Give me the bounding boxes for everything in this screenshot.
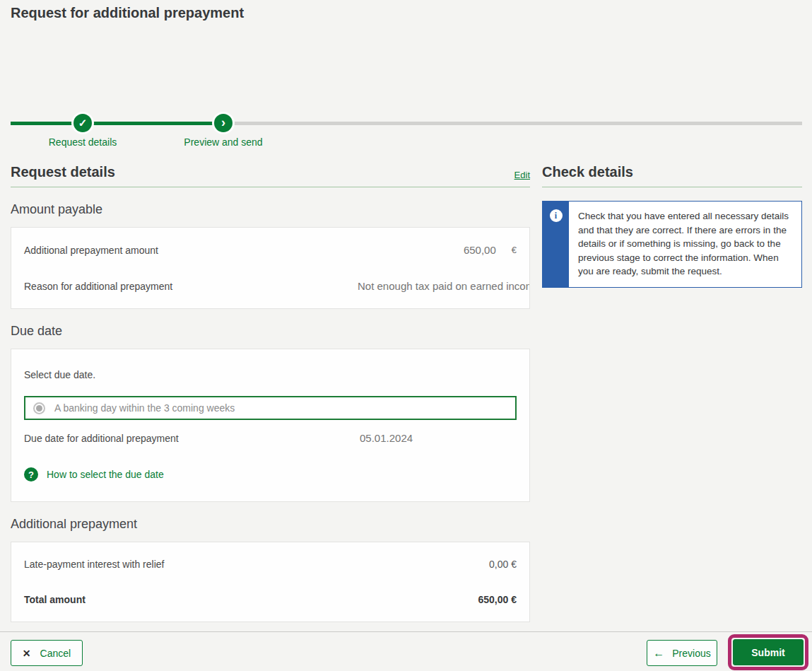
total-amount-value: 650,00 € <box>478 594 517 605</box>
check-details-header: Check details <box>542 164 802 187</box>
stepper-progress <box>11 122 223 125</box>
info-box-text: Check that you have entered all necessar… <box>569 202 801 287</box>
info-box: i Check that you have entered all necess… <box>542 201 802 288</box>
due-date-radio-label: A banking day within the 3 coming weeks <box>54 402 235 414</box>
cancel-button-label: Cancel <box>40 648 71 659</box>
cancel-button[interactable]: ✕ Cancel <box>11 640 83 666</box>
due-date-card: Select due date. A banking day within th… <box>11 349 530 502</box>
due-date-help-link[interactable]: ? How to select the due date <box>24 467 517 482</box>
footer-divider <box>0 631 812 632</box>
submit-button-label: Submit <box>751 647 784 658</box>
previous-button[interactable]: ← Previous <box>647 640 717 666</box>
select-due-date-label: Select due date. <box>24 369 517 380</box>
request-details-heading: Request details <box>11 164 115 180</box>
reason-value: Not enough tax paid on earned income <box>358 280 529 292</box>
due-date-value: 05.01.2024 <box>360 432 517 444</box>
check-details-heading: Check details <box>542 164 633 180</box>
chevron-right-icon: › <box>221 116 225 129</box>
step-label-preview-and-send: Preview and send <box>184 136 262 148</box>
due-date-heading: Due date <box>11 324 530 339</box>
arrow-left-icon: ← <box>653 648 664 659</box>
request-details-column: Request details Edit Amount payable Addi… <box>11 164 530 622</box>
info-icon: i <box>550 209 563 222</box>
additional-prepayment-amount-row: Additional prepayment amount 650,00 € <box>24 232 517 268</box>
due-date-radio-option[interactable]: A banking day within the 3 coming weeks <box>24 396 517 420</box>
additional-prepayment-amount-label: Additional prepayment amount <box>24 245 158 256</box>
check-details-column: Check details i Check that you have ente… <box>542 164 802 288</box>
late-payment-interest-label: Late-payment interest with relief <box>24 559 164 570</box>
total-amount-label: Total amount <box>24 594 86 605</box>
reason-row: Reason for additional prepayment Not eno… <box>24 268 517 304</box>
submit-button[interactable]: Submit <box>733 639 804 665</box>
request-details-header: Request details Edit <box>11 164 530 187</box>
check-icon: ✓ <box>78 117 88 128</box>
radio-button-icon[interactable] <box>33 402 45 414</box>
progress-stepper: ✓ › Request details Preview and send <box>11 112 802 151</box>
due-date-value-row: Due date for additional prepayment 05.01… <box>24 420 517 456</box>
additional-prepayment-amount-value-group: 650,00 € <box>464 244 517 256</box>
info-box-stripe: i <box>543 202 569 287</box>
total-amount-row: Total amount 650,00 € <box>24 582 517 617</box>
euro-suffix: € <box>512 245 517 255</box>
amount-payable-card: Additional prepayment amount 650,00 € Re… <box>11 227 530 309</box>
late-payment-interest-value: 0,00 € <box>489 559 517 570</box>
close-icon: ✕ <box>23 648 31 659</box>
question-mark-icon: ? <box>24 467 38 482</box>
previous-button-label: Previous <box>672 648 710 659</box>
step-label-request-details: Request details <box>49 136 117 148</box>
page-title: Request for additional prepayment <box>11 5 244 21</box>
additional-prepayment-card: Late-payment interest with relief 0,00 €… <box>11 542 530 622</box>
due-date-help-text: How to select the due date <box>47 469 164 480</box>
radio-dot <box>36 405 42 412</box>
additional-prepayment-heading: Additional prepayment <box>11 517 530 532</box>
amount-payable-heading: Amount payable <box>11 202 530 217</box>
additional-prepayment-amount-value: 650,00 <box>464 244 496 256</box>
reason-label: Reason for additional prepayment <box>24 281 172 292</box>
submit-button-highlight: Submit <box>728 634 808 670</box>
late-payment-interest-row: Late-payment interest with relief 0,00 € <box>24 547 517 582</box>
step-request-details[interactable]: ✓ <box>71 112 94 134</box>
due-date-value-label: Due date for additional prepayment <box>24 433 179 444</box>
edit-link[interactable]: Edit <box>514 170 530 180</box>
step-preview-and-send[interactable]: › <box>212 112 235 134</box>
